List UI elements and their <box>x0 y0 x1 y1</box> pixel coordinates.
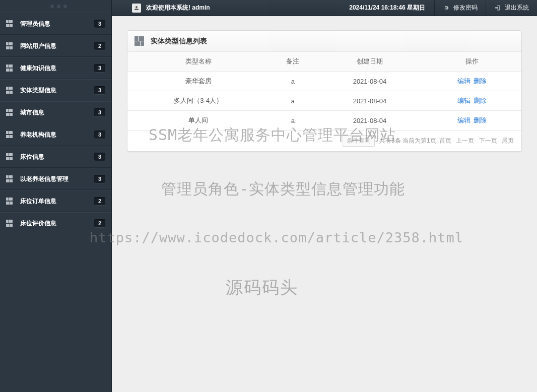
cell-actions: 编辑删除 <box>423 91 521 111</box>
pager-last[interactable]: 尾页 <box>502 137 514 144</box>
cell-date: 2021-08-04 <box>316 72 423 91</box>
sidebar: 管理员信息3网站用户信息2健康知识信息3实体类型信息3城市信息3养老机构信息3床… <box>0 0 112 392</box>
sidebar-item-7[interactable]: 以老养老信息管理3 <box>0 168 111 190</box>
delete-link[interactable]: 删除 <box>474 77 487 85</box>
change-password-button[interactable]: 修改密码 <box>434 0 486 16</box>
avatar-icon <box>132 4 141 13</box>
pager-info: 共有3条 当前为第1页 <box>379 137 436 144</box>
sidebar-item-label: 健康知识信息 <box>20 64 56 73</box>
sidebar-item-8[interactable]: 床位订单信息2 <box>0 190 111 212</box>
logout-label: 退出系统 <box>505 4 529 12</box>
pager-prev[interactable]: 上一页 <box>456 137 474 144</box>
grid-icon <box>6 153 13 160</box>
grid-icon <box>6 109 13 116</box>
topbar: 欢迎使用本系统! admin 2024/11/24 16:18:46 星期日 修… <box>112 0 537 16</box>
table-row: 多人间（3-4人）a2021-08-04编辑删除 <box>127 91 521 111</box>
sidebar-badge: 3 <box>94 20 105 28</box>
th-action: 操作 <box>423 52 521 72</box>
sidebar-item-label: 养老机构信息 <box>20 130 56 139</box>
sidebar-item-label: 床位评价信息 <box>20 219 56 228</box>
grid-icon <box>6 20 13 27</box>
cell-name: 多人间（3-4人） <box>127 91 270 111</box>
table-row: 豪华套房a2021-08-04编辑删除 <box>127 72 521 91</box>
grid-icon <box>6 220 13 227</box>
panel-title: 实体类型信息列表 <box>151 37 207 46</box>
sidebar-badge: 3 <box>94 153 105 161</box>
sidebar-badge: 3 <box>94 64 105 72</box>
grid-icon <box>6 131 13 138</box>
sidebar-item-9[interactable]: 床位评价信息2 <box>0 212 111 234</box>
sidebar-item-label: 城市信息 <box>20 108 44 117</box>
logout-icon <box>494 5 501 11</box>
sidebar-item-6[interactable]: 床位信息3 <box>0 146 111 168</box>
datetime-text: 2024/11/24 16:18:46 星期日 <box>349 4 425 12</box>
sidebar-badge: 2 <box>94 197 105 205</box>
sidebar-badge: 2 <box>94 42 105 50</box>
sidebar-badge: 3 <box>94 175 105 183</box>
grid-icon <box>6 87 13 94</box>
grid-icon <box>135 36 145 46</box>
window-dots <box>0 0 111 13</box>
edit-link[interactable]: 编辑 <box>457 77 471 85</box>
welcome-text: 欢迎使用本系统! admin <box>146 4 210 12</box>
sidebar-item-label: 以老养老信息管理 <box>20 175 69 183</box>
th-remark: 备注 <box>270 52 317 72</box>
grid-icon <box>6 175 13 182</box>
th-name: 类型名称 <box>127 52 270 72</box>
grid-icon <box>6 198 13 205</box>
delete-link[interactable]: 删除 <box>474 97 487 104</box>
edit-link[interactable]: 编辑 <box>457 97 471 104</box>
gear-icon <box>443 5 449 11</box>
pager-first[interactable]: 首页 <box>439 137 451 144</box>
sidebar-item-label: 管理员信息 <box>20 20 50 28</box>
sidebar-badge: 2 <box>94 219 105 227</box>
cell-date: 2021-08-04 <box>316 91 423 111</box>
cell-date: 2021-08-04 <box>316 111 423 130</box>
cell-actions: 编辑删除 <box>423 111 521 130</box>
delete-link[interactable]: 删除 <box>474 116 487 124</box>
sidebar-item-2[interactable]: 健康知识信息3 <box>0 57 111 79</box>
data-table: 类型名称 备注 创建日期 操作 豪华套房a2021-08-04编辑删除多人间（3… <box>127 52 521 130</box>
pager: 条件查询 共有3条 当前为第1页 首页 上一页 下一页 尾页 <box>127 130 521 151</box>
content-area: 实体类型信息列表 类型名称 备注 创建日期 操作 豪华套房a2021-08-04… <box>112 16 537 392</box>
sidebar-item-label: 床位信息 <box>20 153 44 161</box>
sidebar-item-label: 床位订单信息 <box>20 197 56 206</box>
table-row: 单人间a2021-08-04编辑删除 <box>127 111 521 130</box>
cell-name: 豪华套房 <box>127 72 270 91</box>
cell-remark: a <box>270 91 317 111</box>
panel-header: 实体类型信息列表 <box>127 31 521 52</box>
logout-button[interactable]: 退出系统 <box>486 0 537 16</box>
edit-link[interactable]: 编辑 <box>457 116 471 124</box>
pager-next[interactable]: 下一页 <box>479 137 497 144</box>
search-button[interactable]: 条件查询 <box>343 135 375 147</box>
sidebar-badge: 3 <box>94 108 105 116</box>
sidebar-badge: 3 <box>94 130 105 139</box>
cell-remark: a <box>270 72 317 91</box>
grid-icon <box>6 64 13 72</box>
grid-icon <box>6 42 13 49</box>
sidebar-item-0[interactable]: 管理员信息3 <box>0 13 111 35</box>
cell-actions: 编辑删除 <box>423 72 521 91</box>
sidebar-item-5[interactable]: 养老机构信息3 <box>0 123 111 146</box>
change-password-label: 修改密码 <box>453 4 478 12</box>
cell-remark: a <box>270 111 317 130</box>
sidebar-item-1[interactable]: 网站用户信息2 <box>0 35 111 57</box>
sidebar-item-label: 网站用户信息 <box>20 42 56 50</box>
sidebar-item-label: 实体类型信息 <box>20 86 56 95</box>
sidebar-badge: 3 <box>94 86 105 94</box>
sidebar-item-4[interactable]: 城市信息3 <box>0 101 111 123</box>
cell-name: 单人间 <box>127 111 270 130</box>
sidebar-item-3[interactable]: 实体类型信息3 <box>0 79 111 101</box>
panel: 实体类型信息列表 类型名称 备注 创建日期 操作 豪华套房a2021-08-04… <box>127 30 522 152</box>
th-date: 创建日期 <box>316 52 423 72</box>
